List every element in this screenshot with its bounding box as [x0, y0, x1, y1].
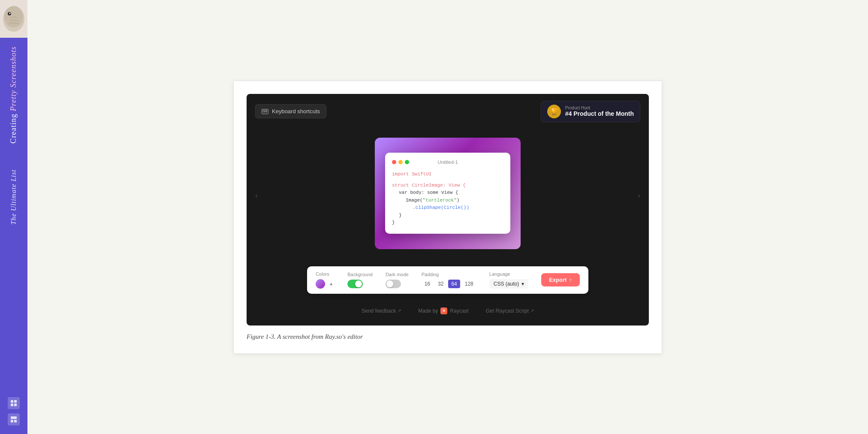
- language-select[interactable]: CSS (auto) ▾: [489, 279, 528, 289]
- product-hunt-rank: #4 Product of the Month: [565, 110, 634, 117]
- language-chevron: ▾: [521, 281, 524, 287]
- svg-point-3: [9, 13, 11, 14]
- raycast-logo: R: [440, 307, 447, 314]
- sidebar-text: Creating Pretty Screenshots The Ultimate…: [9, 38, 18, 434]
- code-line-1: import SwiftUI: [392, 172, 431, 177]
- sidebar-fish-image: [0, 0, 27, 38]
- sidebar: Creating Pretty Screenshots The Ultimate…: [0, 0, 27, 434]
- canvas-arrow-left[interactable]: ‹: [255, 191, 258, 200]
- padding-label: Padding: [422, 272, 439, 277]
- colors-group: Colors ▲: [316, 271, 335, 289]
- sidebar-subtitle: The Ultimate List: [10, 169, 18, 225]
- export-button[interactable]: Export ↑: [541, 273, 580, 286]
- minimize-dot: [398, 160, 403, 164]
- padding-128[interactable]: 128: [462, 280, 476, 288]
- code-window: Untitled-1 import SwiftUI struct CircleI…: [385, 153, 510, 234]
- get-script-text: Get Raycast Script: [486, 308, 529, 314]
- product-hunt-badge: 🏆 Product Hunt #4 Product of the Month: [541, 101, 640, 122]
- editor-toolbar: Colors ▲ Background: [247, 262, 649, 302]
- svg-rect-4: [11, 400, 13, 403]
- padding-options: 16 32 64 128: [422, 280, 476, 288]
- code-line-3: var body: some View {: [399, 190, 458, 195]
- editor-footer: Send feedback ↗ Made by R Raycast Get Ra…: [247, 302, 649, 319]
- background-label: Background: [347, 272, 373, 277]
- get-script-link[interactable]: Get Raycast Script ↗: [486, 308, 534, 314]
- keyboard-shortcuts-label: Keyboard shortcuts: [272, 108, 320, 115]
- padding-16[interactable]: 16: [422, 280, 433, 288]
- dark-mode-label: Dark mode: [386, 272, 409, 277]
- code-line-6: }: [399, 213, 402, 218]
- toolbar-panel: Colors ▲ Background: [307, 266, 588, 294]
- product-hunt-label: Product Hunt: [565, 105, 634, 110]
- editor-topbar: ⌨ Keyboard shortcuts 🏆 Product Hunt #4 P…: [247, 94, 649, 129]
- maximize-dot: [405, 160, 409, 164]
- padding-64[interactable]: 64: [448, 280, 460, 288]
- window-dots: [392, 160, 409, 164]
- language-group: Language CSS (auto) ▾: [489, 271, 528, 289]
- svg-rect-10: [14, 420, 17, 422]
- dark-mode-toggle[interactable]: [386, 280, 401, 288]
- svg-rect-8: [11, 416, 17, 419]
- sidebar-title: Creating Pretty Screenshots: [9, 46, 18, 144]
- colors-label: Colors: [316, 271, 329, 277]
- code-line-5: .clipShape(Circle()): [413, 205, 469, 210]
- made-by-label: Made by: [418, 308, 438, 314]
- window-titlebar: Untitled-1: [392, 160, 503, 165]
- feedback-arrow-icon: ↗: [398, 308, 401, 313]
- editor-screenshot: ⌨ Keyboard shortcuts 🏆 Product Hunt #4 P…: [247, 94, 649, 326]
- grid-icon[interactable]: [8, 397, 20, 409]
- svg-rect-9: [11, 420, 13, 422]
- layout-icon[interactable]: [8, 413, 20, 425]
- close-dot: [392, 160, 396, 164]
- script-arrow-icon: ↗: [530, 308, 534, 313]
- made-by-text: Made by R Raycast: [418, 307, 468, 314]
- language-label: Language: [489, 271, 510, 277]
- book-page: ⌨ Keyboard shortcuts 🏆 Product Hunt #4 P…: [233, 81, 662, 354]
- svg-rect-7: [14, 404, 17, 406]
- canvas-arrow-right[interactable]: ›: [638, 191, 640, 200]
- svg-rect-5: [14, 400, 17, 403]
- padding-group: Padding 16 32 64 128: [422, 272, 476, 288]
- sidebar-bottom-icons: [8, 397, 20, 425]
- color-swatch[interactable]: [316, 279, 325, 289]
- toggle-thumb: [355, 280, 362, 287]
- keyboard-icon: ⌨: [262, 109, 268, 114]
- colors-chevron[interactable]: ▲: [328, 280, 335, 287]
- code-line-2: struct CircleImage: View {: [392, 183, 466, 188]
- padding-32[interactable]: 32: [435, 280, 446, 288]
- background-group: Background: [347, 272, 373, 288]
- background-control: [347, 280, 363, 288]
- product-hunt-text: Product Hunt #4 Product of the Month: [565, 105, 634, 117]
- code-window-wrapper: Untitled-1 import SwiftUI struct CircleI…: [375, 138, 521, 249]
- colors-control: ▲: [316, 279, 335, 289]
- send-feedback-link[interactable]: Send feedback ↗: [362, 308, 401, 314]
- canvas-area: ‹ Untitled-1: [247, 129, 649, 262]
- figure-caption: Figure 1-3. A screenshot from Ray.so's e…: [247, 333, 649, 341]
- window-title: Untitled-1: [437, 160, 458, 165]
- export-label: Export: [549, 277, 567, 283]
- code-line-7: }: [392, 220, 395, 225]
- export-icon: ↑: [569, 277, 572, 283]
- raycast-label: Raycast: [450, 308, 468, 314]
- dark-mode-group: Dark mode: [386, 272, 409, 288]
- background-toggle[interactable]: [347, 280, 363, 288]
- trophy-icon: 🏆: [547, 105, 561, 118]
- send-feedback-text: Send feedback: [362, 308, 396, 314]
- language-value: CSS (auto): [494, 281, 519, 287]
- code-content: import SwiftUI struct CircleImage: View …: [392, 171, 503, 227]
- keyboard-shortcuts-button[interactable]: ⌨ Keyboard shortcuts: [255, 104, 326, 118]
- dark-mode-toggle-thumb: [386, 280, 393, 287]
- code-line-4: Image("turtlerock"): [406, 198, 459, 203]
- main-content: ⌨ Keyboard shortcuts 🏆 Product Hunt #4 P…: [27, 0, 868, 434]
- svg-rect-6: [11, 404, 13, 406]
- dark-mode-control: [386, 280, 401, 288]
